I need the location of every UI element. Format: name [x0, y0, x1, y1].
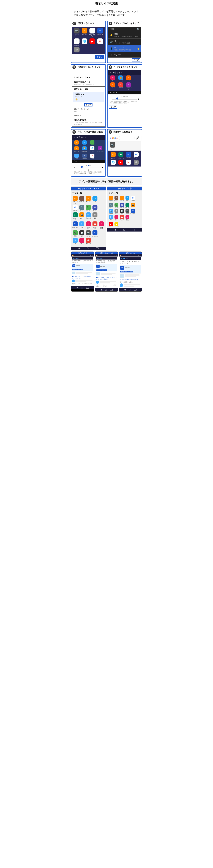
tap-area-2: タップ — [108, 58, 141, 62]
al-duo2-label: Duo — [74, 243, 76, 244]
al-shshow2-label: SHSHOW — [73, 226, 78, 228]
default-aquos-logo: AQUOS — [97, 257, 102, 259]
lg3-home[interactable] — [129, 289, 131, 290]
sm-empty4 — [130, 215, 135, 221]
plus-button[interactable]: + — [138, 98, 139, 100]
al-shshow3-icon: SH — [92, 230, 98, 235]
sm-home-btn[interactable] — [123, 229, 125, 231]
def3-home[interactable] — [105, 289, 107, 291]
notification-icon: 🔔 — [110, 33, 113, 37]
s6-gmail-icon: M — [126, 160, 131, 165]
s6-settings: ⚙ — [133, 160, 139, 165]
sm3-home[interactable] — [81, 287, 83, 288]
slider-thumb[interactable] — [116, 97, 118, 99]
small-shshow-btn[interactable]: SHSHOWアプリをもってみる — [73, 269, 83, 270]
default-news-1 — [96, 272, 117, 275]
hand-icon-2: 👆 — [137, 47, 139, 50]
recent-btn[interactable] — [96, 247, 99, 249]
screensaver-item: スクリーン セーバー OFF — [72, 107, 105, 113]
large-shshow-btn[interactable]: SHSHOWアプリをもってみる — [120, 271, 133, 273]
default-nav-3 — [95, 288, 118, 291]
camera-icon: 📷 — [74, 28, 80, 33]
large-line-4 — [124, 285, 134, 287]
s5-aumail-label: auメール — [74, 151, 79, 152]
display-screen-title: ディスプレイ — [77, 71, 89, 74]
font-title: 文字フォント設定 — [74, 88, 103, 90]
al-calendar2-icon: 📅 — [86, 238, 91, 243]
sm-playstore: ▶ Play St... — [125, 203, 130, 208]
al-denwa: 📞 でんわ — [85, 205, 91, 212]
minus-btn-5[interactable]: − — [74, 166, 75, 169]
step-5-slider[interactable]: − + 小 画面上のアイテムのサイズを変更します。画面上のアプリの位置が変わるこ… — [72, 163, 105, 176]
mic-icon: 🎤 — [136, 136, 139, 140]
default-content: AQUOS SHARPとサポートを楽しむマーケタ品のアプリ SH SHSHOW … — [95, 256, 118, 288]
size-item[interactable]: 表示サイズ デフォルト 👆 — [73, 92, 104, 102]
sm-denwa-label: でんわ — [115, 207, 118, 208]
lg3-back[interactable] — [124, 289, 126, 290]
s6-emobile: au エモバー — [110, 152, 116, 159]
chrome-app: 🌐 — [81, 38, 88, 46]
def3-back[interactable] — [101, 289, 102, 291]
step-5-preview-label: プレビュー — [72, 160, 105, 163]
s5-au3-app — [88, 140, 96, 145]
step5-thumb[interactable] — [81, 166, 83, 168]
default-app-grid-2: G Google 🔧 ツール 📞 でんわ 🖼 アルバム — [72, 205, 105, 212]
al-empty3 — [99, 212, 105, 220]
plus-btn-5[interactable]: + — [102, 166, 103, 169]
sm-emobile-label: エモバー — [120, 200, 124, 201]
battery-item: 電池残量%表示 ステータスバーの電池アイコンの隣に電池残量(%)を表示 — [72, 118, 105, 127]
aquos-item: ⚏ AQUOS — [108, 52, 141, 58]
al-tools-icon: 🔧 — [79, 205, 84, 210]
tap-button-3: タップ — [84, 103, 92, 106]
step-3-header: ③ 「表示サイズ」をタップ — [71, 65, 105, 70]
default-size-box: 表示サイズ：デフォルト アプリ一覧 au auサービス ？ サポート au エモ… — [71, 187, 106, 250]
al-playstore2-label: Play ストア — [72, 218, 78, 220]
notification-sub: 2個のアプリが送信をブロックしてい... — [114, 35, 139, 37]
default-shshow-row: SH SHSHOW — [97, 265, 117, 268]
font-item: 文字フォント設定 — [72, 87, 105, 91]
minus-button[interactable]: − — [110, 98, 111, 100]
small-shshow-row: SH SHSHOW — [73, 264, 93, 267]
display-item[interactable]: 📱 ディスプレイ 明るさの自動調節 ON です 👆 — [108, 45, 141, 52]
sm-empty7 — [125, 222, 130, 227]
default-shshow-btn[interactable]: SHSHOWアプリをもってみる — [97, 270, 107, 271]
sm-back-btn[interactable] — [114, 229, 116, 231]
small-news-text-2 — [75, 280, 94, 283]
step-2-label: 「ディスプレイ」をタップ — [113, 22, 139, 25]
default-line-1 — [101, 273, 115, 274]
al-denwa2-label: 電話 — [74, 236, 77, 237]
sm-settings-label: 設定 — [115, 213, 117, 214]
default-list-header: アプリ一覧 — [72, 191, 105, 195]
sm-support: ？ サポート — [114, 196, 119, 202]
au-dialog-label: au対話サービス — [125, 87, 132, 90]
camera-icon-6: 📷 — [110, 142, 115, 148]
compare-grid: 表示サイズ：デフォルト アプリ一覧 au auサービス ？ サポート au エモ… — [71, 187, 142, 250]
sm3-recent[interactable] — [86, 287, 89, 288]
back-btn[interactable] — [78, 247, 80, 249]
al-google-label: Google — [73, 210, 77, 212]
default-line-3 — [100, 281, 116, 282]
step-4-box: ④ 「-（サイズ小）をタップ ← 表示サイズ au au Market 📶 a — [107, 64, 142, 128]
default-line-2 — [101, 274, 112, 275]
size-slider[interactable]: デフォルト − + このアイテムのサイズを変更します。画面上のアプリの位置が変わ… — [108, 94, 141, 105]
phone-small: 表示サイズ：小 📶 10:25 AQUOS SHARPとサポートを楽しむマーケタ… — [71, 252, 94, 292]
notification-text: 通知 2個のアプリが送信をブロックしてい... — [114, 33, 139, 37]
s5-au2-icon: au — [82, 140, 87, 145]
sm-empty8 — [130, 222, 135, 227]
s5-chrome-icon: 🌐 — [90, 146, 95, 150]
def3-recent[interactable] — [110, 289, 112, 291]
search-bar[interactable] — [119, 136, 135, 140]
al-clock-icon: 🕐 — [79, 230, 84, 235]
intro-box: ディスプレイ全体の表示サイズを変更してみましょう。アプリの表示数やアイコン・文字… — [71, 8, 142, 19]
sm-playstore-label: Play St... — [125, 207, 129, 208]
google-label: Google — [74, 44, 79, 46]
s5-facebook: f Facebook — [81, 154, 88, 159]
lg3-recent[interactable] — [134, 289, 136, 290]
sm3-back[interactable] — [77, 287, 78, 288]
shshow-label: SHSHOW — [97, 34, 103, 35]
home-btn[interactable] — [87, 247, 89, 249]
s5-auwifi: 📶 auWi-Fi接続 — [81, 146, 88, 152]
al-calendar-icon: 📅 — [92, 221, 98, 226]
sm-recent-btn[interactable] — [132, 229, 135, 231]
step-3-box: ③ 「表示サイズ」をタップ ☰ ディスプレイ ヒカリエモーション 端末が回転した… — [71, 64, 106, 128]
